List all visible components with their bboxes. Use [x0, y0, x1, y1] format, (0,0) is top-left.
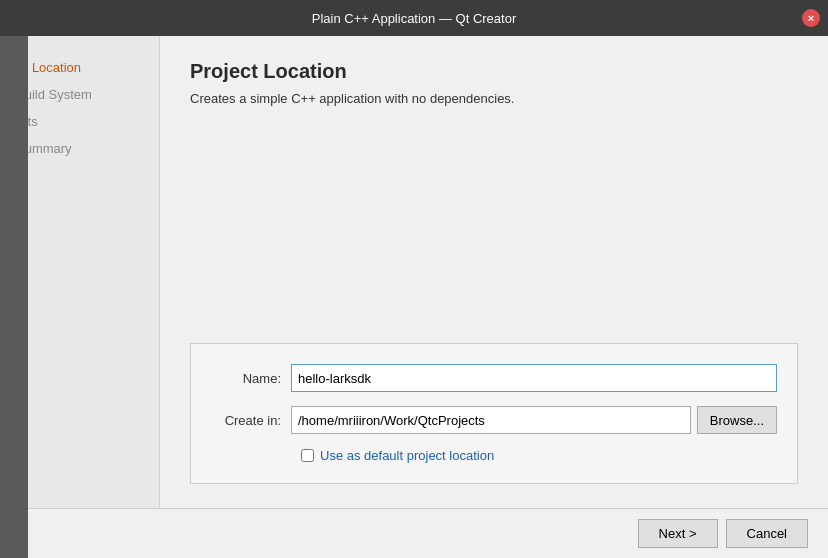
bg-left-strip: [0, 36, 28, 558]
create-in-row: Create in: Browse...: [211, 406, 777, 434]
create-in-label: Create in:: [211, 413, 291, 428]
dialog: Plain C++ Application — Qt Creator × ► L…: [0, 0, 828, 558]
browse-button[interactable]: Browse...: [697, 406, 777, 434]
dialog-body: ► Location Build System Kits Summary Pro…: [0, 36, 828, 508]
form-area: Name: Create in: Browse... Use as defaul…: [190, 343, 798, 484]
sidebar-item-summary[interactable]: Summary: [10, 137, 149, 160]
name-row: Name:: [211, 364, 777, 392]
close-button[interactable]: ×: [802, 9, 820, 27]
name-label: Name:: [211, 371, 291, 386]
main-content: Project Location Creates a simple C++ ap…: [160, 36, 828, 508]
default-location-checkbox[interactable]: [301, 449, 314, 462]
sidebar-item-build-system[interactable]: Build System: [10, 83, 149, 106]
next-button[interactable]: Next >: [638, 519, 718, 548]
name-input[interactable]: [291, 364, 777, 392]
sidebar-item-location-label: Location: [32, 60, 81, 75]
page-description: Creates a simple C++ application with no…: [190, 91, 798, 106]
cancel-button[interactable]: Cancel: [726, 519, 808, 548]
checkbox-row: Use as default project location: [301, 448, 777, 463]
dialog-footer: Next > Cancel: [0, 508, 828, 558]
create-in-input[interactable]: [291, 406, 691, 434]
sidebar-item-kits[interactable]: Kits: [10, 110, 149, 133]
page-title: Project Location: [190, 60, 798, 83]
title-bar-text: Plain C++ Application — Qt Creator: [312, 11, 517, 26]
title-bar: Plain C++ Application — Qt Creator ×: [0, 0, 828, 36]
checkbox-label: Use as default project location: [320, 448, 494, 463]
sidebar-item-location[interactable]: ► Location: [10, 56, 149, 79]
